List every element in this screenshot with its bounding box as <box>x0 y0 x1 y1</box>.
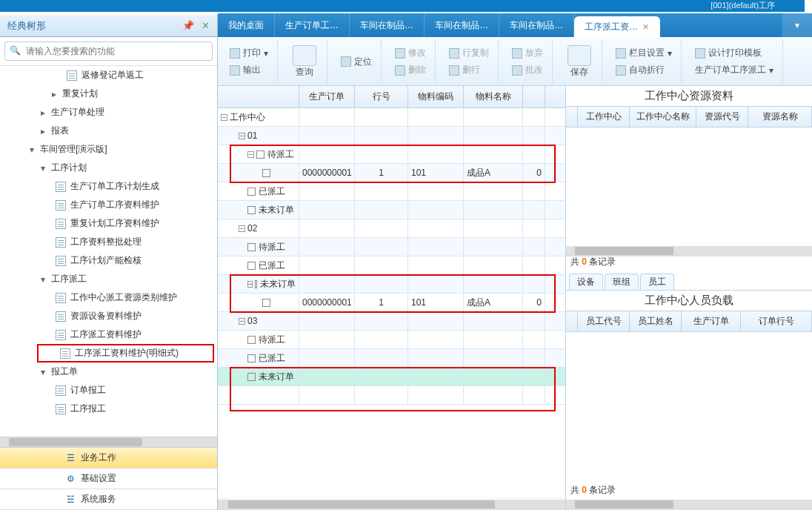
checkbox[interactable] <box>247 336 256 344</box>
collapse-icon[interactable]: − <box>221 114 227 121</box>
tab-desktop[interactable]: 我的桌面 <box>218 13 275 37</box>
grid-group[interactable]: −01 <box>218 127 299 145</box>
tree-node[interactable]: ▸生产订单处理 <box>41 106 217 119</box>
checkbox[interactable] <box>255 280 257 288</box>
sidebar-scrollbar[interactable] <box>0 437 217 448</box>
tree-node[interactable]: 工序报工 <box>56 403 217 414</box>
grid-data-row[interactable] <box>218 294 299 311</box>
tree-node[interactable]: 工序派工资料维护 <box>56 328 217 341</box>
columnset-button[interactable]: 栏目设置 ▾ <box>613 45 675 61</box>
tree-node[interactable]: ▸报表 <box>41 125 217 137</box>
tree-node[interactable]: 订单报工 <box>56 384 217 397</box>
header-order[interactable]: 生产订单 <box>299 86 355 107</box>
close-icon[interactable]: ✕ <box>642 22 649 32</box>
tree-node[interactable]: 生产订单工序资料维护 <box>56 199 217 211</box>
checkbox[interactable] <box>256 150 264 159</box>
tree-node[interactable]: 工作中心派工资源类别维护 <box>56 291 217 304</box>
collapse-icon[interactable]: − <box>247 151 254 158</box>
delete-button[interactable]: 删除 <box>392 62 429 78</box>
output-button[interactable]: 输出 <box>227 62 271 78</box>
grid-done[interactable]: 已派工 <box>218 256 299 274</box>
collapse-icon[interactable]: − <box>239 133 245 139</box>
collapse-icon[interactable]: − <box>247 281 253 288</box>
sidebar-bottom-service[interactable]: ☱系统服务 <box>0 489 217 510</box>
grid-wait[interactable]: 待派工 <box>218 238 299 256</box>
tree-node[interactable]: 工序资料整批处理 <box>56 236 217 248</box>
deleterow-button[interactable]: 删行 <box>446 62 492 78</box>
tree-node-highlighted[interactable]: 工序派工资料维护(明细式) <box>37 344 214 362</box>
grid-done[interactable]: 已派工 <box>218 182 299 200</box>
tree-node[interactable]: 重复计划工序资料维护 <box>56 217 217 230</box>
tab-wip2[interactable]: 车间在制品… <box>425 13 499 37</box>
subtab-employee[interactable]: 员工 <box>640 274 674 290</box>
doc-icon <box>60 348 70 359</box>
checkbox[interactable] <box>262 299 270 307</box>
checkbox[interactable] <box>247 354 256 362</box>
query-button[interactable]: 查询 <box>288 44 321 80</box>
header-wcname[interactable]: 工作中心名称 <box>630 107 696 127</box>
checkbox[interactable] <box>247 262 256 270</box>
tree-node[interactable]: 返修登记单返工 <box>67 69 217 82</box>
modify-button[interactable]: 修改 <box>392 45 429 61</box>
abandon-button[interactable]: 放弃 <box>509 45 546 61</box>
pin-icon[interactable]: 📌 <box>182 20 194 31</box>
checkbox[interactable] <box>247 373 256 381</box>
grid-wait[interactable]: −待派工 <box>218 145 299 163</box>
header-line[interactable]: 行号 <box>355 86 408 107</box>
tree-node[interactable]: 生产订单工序计划生成 <box>56 180 217 193</box>
grid-group[interactable]: −02 <box>218 219 299 237</box>
rowcopy-button[interactable]: 行复制 <box>446 45 492 61</box>
tree-node[interactable]: 资源设备资料维护 <box>56 310 217 322</box>
header-orderline[interactable]: 订单行号 <box>741 311 812 331</box>
subtab-device[interactable]: 设备 <box>569 274 603 290</box>
grid-future[interactable]: 未来订单 <box>218 201 299 219</box>
search-input[interactable] <box>26 46 207 56</box>
grid-done[interactable]: 已派工 <box>218 349 299 367</box>
tab-wip3[interactable]: 车间在制品… <box>499 13 574 37</box>
tree-node[interactable]: ▾车间管理[演示版] <box>30 143 217 156</box>
tab-production-order[interactable]: 生产订单工… <box>275 13 350 37</box>
header-empcode[interactable]: 员工代号 <box>578 311 630 331</box>
load-scrollbar[interactable] <box>566 500 812 510</box>
approve-button[interactable]: 批改 <box>509 62 546 78</box>
print-button[interactable]: 打印 ▾ <box>227 45 271 61</box>
tree-node[interactable]: 工序计划产能检核 <box>56 254 217 267</box>
tree-node[interactable]: ▾工序派工 <box>41 273 217 285</box>
checkbox[interactable] <box>247 243 256 251</box>
collapse-icon[interactable]: − <box>239 318 245 325</box>
grid-data-row[interactable] <box>218 164 299 182</box>
subtab-team[interactable]: 班组 <box>605 274 639 290</box>
tab-dropdown[interactable]: ▾ <box>782 13 812 37</box>
header-rescode[interactable]: 资源代号 <box>696 107 748 127</box>
header-material[interactable]: 物料编码 <box>408 86 464 107</box>
sidebar-bottom-settings[interactable]: ⚙基础设置 <box>0 468 217 489</box>
checkbox[interactable] <box>247 206 256 214</box>
designtpl-button[interactable]: 设计打印模板 <box>692 45 776 61</box>
tree-node[interactable]: ▸重复计划 <box>52 87 217 100</box>
checkbox[interactable] <box>262 169 270 177</box>
grid-tree-root[interactable]: −工作中心 <box>218 108 299 126</box>
grid-group[interactable]: −03 <box>218 312 299 330</box>
header-resname[interactable]: 资源名称 <box>748 107 812 127</box>
header-empname[interactable]: 员工姓名 <box>630 311 682 331</box>
tree-node[interactable]: ▾工序计划 <box>41 162 217 174</box>
sidebar-bottom-business[interactable]: ☰业务工作 <box>0 448 217 468</box>
grid-wait[interactable]: 待派工 <box>218 331 299 348</box>
collapse-icon[interactable]: − <box>239 225 245 232</box>
resource-scrollbar[interactable] <box>566 246 812 256</box>
autowrap-button[interactable]: 自动折行 <box>613 62 675 78</box>
tree-node[interactable]: ▾报工单 <box>41 365 217 378</box>
header-matname[interactable]: 物料名称 <box>464 86 523 107</box>
header-wc[interactable]: 工作中心 <box>578 107 630 127</box>
grid-scrollbar[interactable] <box>218 500 565 510</box>
close-icon[interactable]: ✕ <box>202 20 210 31</box>
checkbox[interactable] <box>247 188 256 196</box>
prodorder-button[interactable]: 生产订单工序派工 ▾ <box>692 62 776 78</box>
grid-future[interactable]: −未来订单 <box>218 275 299 293</box>
save-button[interactable]: 保存 <box>563 44 596 80</box>
header-order[interactable]: 生产订单 <box>682 311 741 331</box>
tab-wip1[interactable]: 车间在制品… <box>350 13 425 37</box>
grid-future-selected[interactable]: 未来订单 <box>218 368 299 385</box>
tab-dispatch[interactable]: 工序派工资…✕ <box>574 16 660 37</box>
locate-button[interactable]: 定位 <box>338 54 375 70</box>
